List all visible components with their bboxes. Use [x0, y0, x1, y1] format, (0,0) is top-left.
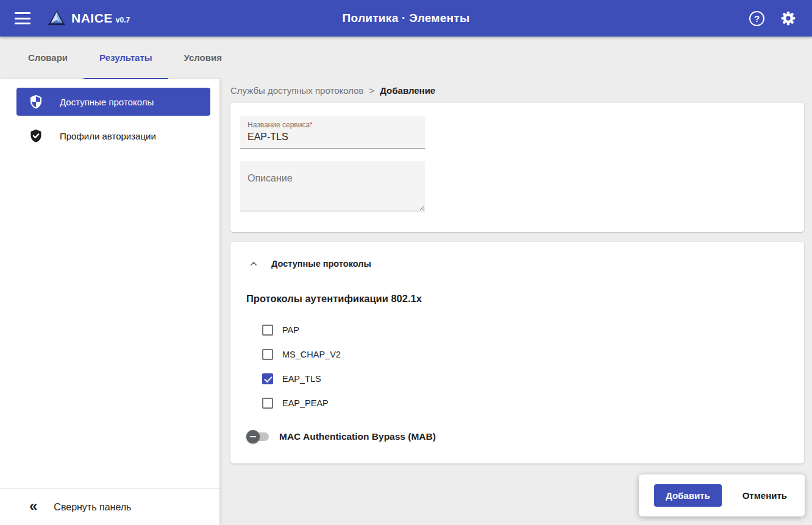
ms-chap-v2-checkbox[interactable]: [262, 349, 273, 360]
shield-half-icon: [29, 94, 43, 109]
logo-triangle-icon: [48, 10, 66, 27]
menu-icon[interactable]: [15, 12, 30, 24]
required-marker: *: [310, 121, 313, 129]
collapse-panel-label: Свернуть панель: [54, 502, 131, 513]
main-panel: Службы доступных протоколов > Добавление…: [219, 79, 812, 525]
page: NAICE v0.7 Политика · Элементы ? Словари…: [0, 0, 812, 525]
double-chevron-left-icon: «: [29, 499, 37, 513]
eap-tls-checkbox[interactable]: [262, 373, 273, 384]
sidebar-item-allowed-protocols[interactable]: Доступные протоколы: [16, 88, 210, 116]
app-header: NAICE v0.7 Политика · Элементы ?: [0, 0, 812, 37]
sidebar-item-label: Профили авторизации: [60, 131, 156, 141]
checkbox-label: PAP: [282, 325, 299, 335]
checkbox-row-pap[interactable]: PAP: [262, 318, 789, 342]
mab-toggle[interactable]: [246, 430, 271, 443]
brand-version: v0.7: [116, 16, 130, 24]
sidebar-item-label: Доступные протоколы: [60, 97, 154, 107]
tab-dictionaries[interactable]: Словари: [12, 37, 84, 79]
action-bar: Добавить Отменить: [639, 474, 805, 516]
description-textarea[interactable]: [240, 161, 425, 211]
content-area: Доступные протоколы Профили авторизации …: [0, 79, 812, 525]
service-name-input[interactable]: [248, 129, 418, 144]
auth-protocols-heading: Протоколы аутентификации 802.1x: [246, 293, 789, 305]
breadcrumb-separator: >: [369, 85, 374, 96]
sidebar: Доступные протоколы Профили авторизации …: [0, 79, 219, 525]
description-field: [240, 161, 425, 211]
help-icon[interactable]: ?: [749, 11, 764, 26]
checkbox-row-eap-peap[interactable]: EAP_PEAP: [262, 391, 789, 415]
checkbox-label: EAP_TLS: [282, 374, 321, 384]
protocols-section-toggle[interactable]: Доступные протоколы: [245, 258, 789, 270]
tab-results[interactable]: Результаты: [84, 37, 168, 79]
cancel-button[interactable]: Отменить: [740, 484, 789, 507]
gear-icon[interactable]: [780, 10, 796, 26]
pap-checkbox[interactable]: [262, 325, 273, 336]
brand-name: NAICE: [71, 11, 113, 26]
tab-bar: Словари Результаты Условия: [0, 37, 812, 79]
collapse-panel-button[interactable]: « Свернуть панель: [0, 488, 219, 525]
mab-label: MAC Authentication Bypass (MAB): [279, 431, 436, 442]
checkbox-label: MS_CHAP_V2: [282, 350, 341, 359]
header-actions: ?: [749, 10, 802, 26]
service-form-card: Название сервиса*: [230, 103, 804, 232]
chevron-up-icon: [248, 258, 260, 270]
eap-peap-checkbox[interactable]: [262, 398, 273, 409]
checkbox-label: EAP_PEAP: [282, 398, 329, 408]
breadcrumb-parent-link[interactable]: Службы доступных протоколов: [230, 85, 363, 96]
app-logo: NAICE v0.7: [48, 10, 130, 27]
tab-conditions[interactable]: Условия: [168, 37, 238, 79]
sidebar-item-authorization-profiles[interactable]: Профили авторизации: [16, 122, 210, 150]
mab-toggle-row: MAC Authentication Bypass (MAB): [246, 430, 789, 443]
breadcrumb-current: Добавление: [380, 85, 435, 96]
checkbox-row-ms-chap-v2[interactable]: MS_CHAP_V2: [262, 342, 789, 367]
breadcrumb: Службы доступных протоколов > Добавление: [230, 85, 804, 96]
add-button[interactable]: Добавить: [654, 484, 722, 507]
service-name-field: Название сервиса*: [240, 116, 425, 149]
shield-check-icon: [29, 129, 43, 143]
service-name-label: Название сервиса*: [248, 121, 418, 129]
toggle-thumb-minus-icon: [246, 430, 260, 443]
protocols-card: Доступные протоколы Протоколы аутентифик…: [230, 242, 804, 463]
protocols-section-title: Доступные протоколы: [271, 259, 371, 269]
protocol-checkbox-list: PAP MS_CHAP_V2 EAP_TLS EAP_PEAP: [262, 318, 789, 415]
checkbox-row-eap-tls[interactable]: EAP_TLS: [262, 367, 789, 391]
